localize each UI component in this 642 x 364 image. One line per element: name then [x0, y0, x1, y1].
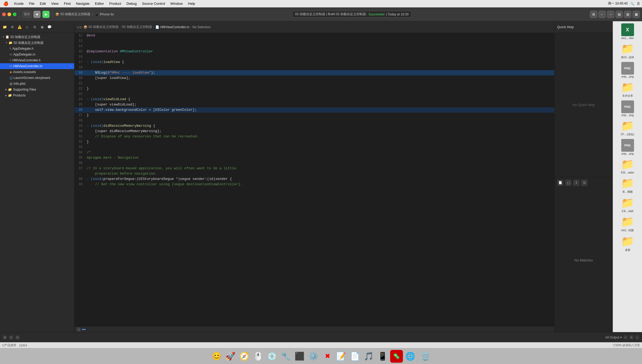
qh-layout-icon[interactable]: ⊟	[581, 180, 587, 186]
stop-button[interactable]: ■	[33, 11, 41, 18]
mini-btn-1[interactable]: ◫	[77, 327, 81, 332]
file-item-13th[interactable]: 📁 第13...业班	[614, 41, 641, 60]
nav-assets[interactable]: ◈ Assets.xcassets	[0, 69, 74, 75]
dock-trash[interactable]: 🗑️	[419, 350, 432, 363]
nav-launchscreen[interactable]: ◫ LaunchScreen.storyboard	[0, 75, 74, 81]
nav-log-icon[interactable]: 💬	[46, 24, 53, 30]
nav-prev-btn[interactable]: ◁	[77, 25, 79, 29]
output-grid-btn[interactable]: ⊞	[15, 335, 20, 340]
code-editor[interactable]: 12 @end 13 14 15 @imp	[74, 33, 554, 326]
close-button[interactable]	[2, 12, 6, 16]
file-item-weivideo[interactable]: 📁 未...视频	[614, 176, 641, 195]
menu-bar-search-icon[interactable]: 🔍	[630, 2, 634, 6]
nav-breakpoint-icon[interactable]: ◉	[39, 24, 45, 30]
nav-products[interactable]: ▶ 📁 Products	[0, 92, 74, 98]
apple-menu[interactable]: 🍎	[2, 1, 10, 6]
triangle-icon: ▼	[2, 36, 5, 38]
menu-bar-controls-icon[interactable]: ☰	[637, 2, 640, 6]
nav-root[interactable]: ▼ 📋 02-加载自定义控制器	[0, 34, 74, 40]
menu-navigate[interactable]: Navigate	[75, 2, 90, 6]
file-item-07[interactable]: 📁 07-...(优化)	[614, 118, 641, 137]
dock-finder[interactable]: 😊	[210, 350, 223, 363]
dock-launchpad[interactable]: 🚀	[224, 350, 237, 363]
minimize-button[interactable]	[7, 12, 11, 16]
output-scroll-btn[interactable]: ↓	[635, 335, 639, 340]
nav-appdelegate-h[interactable]: h AppDelegate.h	[0, 46, 74, 52]
dock-apps[interactable]: 📱	[376, 350, 389, 363]
qh-file-icon[interactable]: 📄	[557, 180, 564, 186]
nav-group[interactable]: ▼ 📁 02-加载自定义控制器	[0, 40, 74, 46]
left-panel-toggle[interactable]: ⊞	[590, 11, 597, 18]
breadcrumb-part-4[interactable]: No Selection	[193, 25, 211, 29]
file-item-ksi[interactable]: 📁 KSI....aster	[614, 157, 641, 175]
dock-music[interactable]: 🎵	[362, 350, 375, 363]
nav-debug-icon[interactable]: ⧉	[31, 24, 38, 30]
menu-find[interactable]: Find	[63, 2, 72, 6]
qh-info-icon[interactable]: ℹ	[573, 180, 580, 186]
triangle-icon: ▶	[5, 94, 7, 97]
nav-warning-icon[interactable]: ⚠️	[16, 24, 23, 30]
folder-icon: 📁	[621, 119, 634, 132]
dock-dvd[interactable]: 💿	[266, 350, 278, 363]
dock-notes[interactable]: 📝	[335, 350, 348, 363]
menu-source-control[interactable]: Source Control	[141, 2, 166, 6]
dock-textedit[interactable]: 📄	[349, 350, 361, 363]
output-wrap-btn[interactable]: ↩	[623, 335, 628, 340]
output-expand-btn[interactable]: ⊞	[629, 335, 633, 340]
nav-hmviewcontroller-h[interactable]: h HMViewController.h	[0, 57, 74, 63]
nav-appdelegate-m[interactable]: m AppDelegate.m	[0, 52, 74, 57]
output-clear-btn[interactable]: 🗑	[3, 335, 7, 340]
nav-info-plist[interactable]: ▤ Info.plist	[0, 81, 74, 87]
file-item-ios-xlsx[interactable]: X ios1....xlsx	[614, 22, 641, 41]
scheme-selector[interactable]: 📦 02-加载自定义控制器	[55, 12, 90, 16]
nav-test-icon[interactable]: ◇	[24, 24, 30, 30]
nav-supporting-files[interactable]: ▶ 📁 Supporting Files	[0, 87, 74, 92]
file-item-snip-3[interactable]: PNG snip....png	[614, 138, 641, 156]
file-item-ios-questions[interactable]: 📁 ios1...试题	[614, 214, 641, 233]
maximize-button[interactable]	[13, 12, 16, 16]
code-line-30: 30 [super didReceiveMemoryWarning];	[74, 129, 554, 134]
file-item-snip-2[interactable]: PNG snip....png	[614, 99, 641, 118]
dock-web[interactable]: 🌐	[404, 350, 417, 363]
menu-editor[interactable]: Editor	[94, 2, 105, 6]
nav-source-icon[interactable]: ⊕	[9, 24, 15, 30]
nav-next-btn[interactable]: ▷	[80, 25, 82, 29]
menu-bar-time: 周一 10:45:43	[608, 1, 628, 6]
nav-folder-icon[interactable]: 📁	[2, 24, 8, 30]
back-button[interactable]: ←	[598, 11, 606, 18]
dock-antivirus[interactable]: 🦠	[390, 350, 403, 363]
dock-terminal[interactable]: ⬛	[293, 350, 306, 363]
view-toggle-3[interactable]: ▦	[632, 11, 640, 18]
output-split-btn[interactable]: ⊟	[9, 335, 13, 340]
dock-settings[interactable]: ⚙️	[307, 350, 320, 363]
run-button[interactable]: ▶	[42, 11, 50, 18]
view-toggle-2[interactable]: ▥	[624, 11, 631, 18]
dock-xmind[interactable]: ✖	[321, 350, 334, 363]
file-item-zjl[interactable]: 📁 ZJL...etail	[614, 195, 641, 214]
menu-file[interactable]: File	[28, 2, 36, 6]
line-number: 17	[74, 60, 85, 65]
breadcrumb-part-2[interactable]: 02-加载自定义控制器	[122, 25, 152, 29]
device-selector[interactable]: 📱 iPhone 6s	[95, 12, 114, 16]
menu-edit[interactable]: Edit	[39, 2, 47, 6]
dock-safari[interactable]: 🧭	[238, 350, 251, 363]
file-item-snip-1[interactable]: PNG snip....png	[614, 61, 641, 79]
dock-tool[interactable]: 🔧	[280, 350, 292, 363]
menu-debug[interactable]: Debug	[126, 2, 138, 6]
breadcrumb-part-3[interactable]: HMViewController.m	[160, 25, 189, 29]
forward-button[interactable]: →	[607, 11, 614, 18]
file-item-chadan[interactable]: 📁 车丹分享	[614, 80, 641, 99]
menu-window[interactable]: Window	[169, 2, 184, 6]
menu-help[interactable]: Help	[187, 2, 196, 6]
output-all-label[interactable]: All Output ▾	[605, 336, 622, 339]
menu-xcode[interactable]: Xcode	[13, 2, 25, 6]
qh-code-icon[interactable]: { }	[565, 180, 572, 186]
dock-mouse[interactable]: 🖱️	[252, 350, 265, 363]
nav-hmviewcontroller-m[interactable]: m HMViewController.m ✓	[0, 63, 74, 69]
view-toggle-1[interactable]: ▤	[615, 11, 623, 18]
breadcrumb-part-1[interactable]: 02-加载自定义控制器	[89, 25, 119, 29]
file-item-desktop[interactable]: 📁 桌面	[614, 234, 641, 253]
no-matches-area: No Matches	[555, 189, 613, 332]
menu-view[interactable]: View	[50, 2, 60, 6]
menu-product[interactable]: Product	[108, 2, 122, 6]
